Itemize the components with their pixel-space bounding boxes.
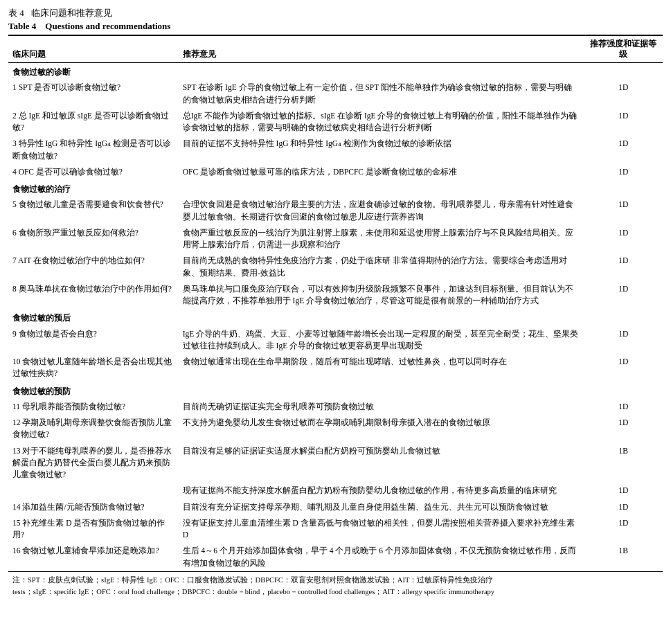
recommendation-cell: 目前尚无成熟的食物特异性免疫治疗方案，仍处于临床研 非常值得期待的治疗方法。需要… [179,253,584,281]
grade-cell: 1D [584,499,663,515]
table-row: 3 特异性 IgG 和特异性 IgG₄ 检测是否可以诊断食物过敏?目前的证据不支… [8,136,663,164]
question-cell: 7 AIT 在食物过敏治疗中的地位如何? [8,253,179,281]
table-row: 7 AIT 在食物过敏治疗中的地位如何?目前尚无成熟的食物特异性免疫治疗方案，仍… [8,253,663,281]
recommendation-cell: 目前尚无确切证据证实完全母乳喂养可预防食物过敏 [179,399,584,415]
table-row: 14 添加益生菌/元能否预防食物过敏?目前没有充分证据支持母亲孕期、哺乳期及儿童… [8,499,663,515]
question-cell: 16 食物过敏儿童辅食早添加还是晚添加? [8,543,179,571]
question-cell: 13 对于不能纯母乳喂养的婴儿，是否推荐水解蛋白配方奶替代全蛋白婴儿配方奶来预防… [8,443,179,483]
table-label-en: Questions and recommendations [45,21,170,31]
section-header-row: 食物过敏的预防 [8,382,663,399]
table-row: 4 OFC 是否可以确诊食物过敏?OFC 是诊断食物过敏最可靠的临床方法，DBP… [8,164,663,180]
section-title: 食物过敏的诊断 [8,63,663,80]
table-title-cn: 表 4 临床问题和推荐意见 [8,7,663,19]
grade-cell: 1D [584,354,663,382]
table-row: 13 对于不能纯母乳喂养的婴儿，是否推荐水解蛋白配方奶替代全蛋白婴儿配方奶来预防… [8,443,663,483]
header-grade: 推荐强度和证据等级 [584,35,663,63]
header-recommendation: 推荐意见 [179,35,584,63]
recommendation-cell: OFC 是诊断食物过敏最可靠的临床方法，DBPCFC 是诊断食物过敏的金标准 [179,164,584,180]
question-cell: 2 总 IgE 和过敏原 sIgE 是否可以诊断食物过敏? [8,108,179,136]
question-cell [8,483,179,499]
recommendation-cell: 不支持为避免婴幼儿发生食物过敏而在孕期或哺乳期限制母亲摄入潜在的食物过敏原 [179,415,584,443]
question-cell: 4 OFC 是否可以确诊食物过敏? [8,164,179,180]
table-row: 12 孕期及哺乳期母亲调整饮食能否预防儿童食物过敏?不支持为避免婴幼儿发生食物过… [8,415,663,443]
grade-cell: 1D [584,483,663,499]
recommendation-cell: 生后 4～6 个月开始添加固体食物，早于 4 个月或晚于 6 个月添加固体食物，… [179,543,584,571]
question-cell: 1 SPT 是否可以诊断食物过敏? [8,80,179,108]
grade-cell: 1D [584,197,663,225]
grade-cell: 1B [584,543,663,571]
table-row: 6 食物所致严重过敏反应如何救治?食物严重过敏反应的一线治疗为肌注射肾上腺素，未… [8,225,663,253]
recommendation-cell: IgE 介导的牛奶、鸡蛋、大豆、小麦等过敏随年龄增长会出现一定程度的耐受，甚至完… [179,326,584,355]
recommendation-cell: 食物过敏通常出现在生命早期阶段，随后有可能出现哮喘、过敏性鼻炎，也可以同时存在 [179,354,584,382]
recommendation-cell: 合理饮食回避是食物过敏治疗最主要的方法，应避食确诊过敏的食物。母乳喂养婴儿，母亲… [179,197,584,225]
question-cell: 10 食物过敏儿童随年龄增长是否会出现其他过敏性疾病? [8,354,179,382]
section-header-row: 食物过敏的治疗 [8,180,663,197]
recommendation-cell: 现有证据尚不能支持深度水解蛋白配方奶粉有预防婴幼儿食物过敏的作用，有待更多高质量… [179,483,584,499]
question-cell: 6 食物所致严重过敏反应如何救治? [8,225,179,253]
question-cell: 11 母乳喂养能否预防食物过敏? [8,399,179,415]
table-row: 现有证据尚不能支持深度水解蛋白配方奶粉有预防婴幼儿食物过敏的作用，有待更多高质量… [8,483,663,499]
grade-cell: 1D [584,281,663,310]
header-question: 临床问题 [8,35,179,63]
recommendation-cell: SPT 在诊断 IgE 介导的食物过敏上有一定价值，但 SPT 阳性不能单独作为… [179,80,584,108]
table-label-cn: 临床问题和推荐意见 [31,8,112,18]
recommendation-cell: 没有证据支持儿童血清维生素 D 含量高低与食物过敏的相关性，但婴儿需按照相关营养… [179,515,584,544]
table-title-en: Table 4 Questions and recommendations [8,21,663,32]
table-row: 2 总 IgE 和过敏原 sIgE 是否可以诊断食物过敏?总IgE 不能作为诊断… [8,108,663,136]
grade-cell: 1D [584,108,663,136]
table-number-cn: 表 4 [8,8,24,18]
recommendation-cell: 目前没有充分证据支持母亲孕期、哺乳期及儿童自身使用益生菌、益生元、共生元可以预防… [179,499,584,515]
section-header-row: 食物过敏的预后 [8,309,663,325]
question-cell: 12 孕期及哺乳期母亲调整饮食能否预防儿童食物过敏? [8,415,179,443]
grade-cell: 1B [584,443,663,483]
grade-cell: 1D [584,326,663,355]
recommendation-cell: 目前没有足够的证据证实适度水解蛋白配方奶粉可预防婴幼儿食物过敏 [179,443,584,483]
question-cell: 5 食物过敏儿童是否需要避食和饮食替代? [8,197,179,225]
question-cell: 15 补充维生素 D 是否有预防食物过敏的作用? [8,515,179,544]
main-table: 临床问题 推荐意见 推荐强度和证据等级 食物过敏的诊断1 SPT 是否可以诊断食… [8,35,663,600]
section-title: 食物过敏的预防 [8,382,663,399]
grade-cell: 1D [584,80,663,108]
section-title: 食物过敏的治疗 [8,180,663,197]
table-row: 8 奥马珠单抗在食物过敏治疗中的作用如何?奥马珠单抗与口服免疫治疗联合，可以有效… [8,281,663,310]
question-cell: 9 食物过敏是否会自愈? [8,326,179,355]
grade-cell: 1D [584,136,663,164]
section-header-row: 食物过敏的诊断 [8,63,663,80]
table-number-en: Table 4 [8,21,36,31]
recommendation-cell: 目前的证据不支持特异性 IgG 和特异性 IgG₄ 检测作为食物过敏的诊断依据 [179,136,584,164]
recommendation-cell: 总IgE 不能作为诊断食物过敏的指标。sIgE 在诊断 IgE 介导的食物过敏上… [179,108,584,136]
footnote: 注：SPT：皮肤点刺试验；sIgE：特异性 IgE；OFC：口服食物激发试验；D… [8,571,663,600]
recommendation-cell: 奥马珠单抗与口服免疫治疗联合，可以有效抑制升级阶段频繁不良事件，加速达到目标剂量… [179,281,584,310]
table-row: 11 母乳喂养能否预防食物过敏?目前尚无确切证据证实完全母乳喂养可预防食物过敏1… [8,399,663,415]
table-row: 9 食物过敏是否会自愈?IgE 介导的牛奶、鸡蛋、大豆、小麦等过敏随年龄增长会出… [8,326,663,355]
table-row: 16 食物过敏儿童辅食早添加还是晚添加?生后 4～6 个月开始添加固体食物，早于… [8,543,663,571]
footnote-cn: 注：SPT：皮肤点刺试验；sIgE：特异性 IgE；OFC：口服食物激发试验；D… [12,576,493,584]
table-row: 15 补充维生素 D 是否有预防食物过敏的作用?没有证据支持儿童血清维生素 D … [8,515,663,544]
grade-cell: 1D [584,225,663,253]
footnote-en: tests；sIgE：specific IgE；OFC：oral food ch… [12,588,494,596]
question-cell: 3 特异性 IgG 和特异性 IgG₄ 检测是否可以诊断食物过敏? [8,136,179,164]
recommendation-cell: 食物严重过敏反应的一线治疗为肌注射肾上腺素，未使用和延迟使用肾上腺素治疗与不良风… [179,225,584,253]
table-row: 1 SPT 是否可以诊断食物过敏?SPT 在诊断 IgE 介导的食物过敏上有一定… [8,80,663,108]
grade-cell: 1D [584,399,663,415]
grade-cell: 1D [584,415,663,443]
question-cell: 14 添加益生菌/元能否预防食物过敏? [8,499,179,515]
grade-cell: 1D [584,515,663,544]
section-title: 食物过敏的预后 [8,309,663,325]
table-row: 5 食物过敏儿童是否需要避食和饮食替代?合理饮食回避是食物过敏治疗最主要的方法，… [8,197,663,225]
grade-cell: 1D [584,253,663,281]
grade-cell: 1D [584,164,663,180]
table-title-block: 表 4 临床问题和推荐意见 Table 4 Questions and reco… [8,7,663,32]
question-cell: 8 奥马珠单抗在食物过敏治疗中的作用如何? [8,281,179,310]
table-row: 10 食物过敏儿童随年龄增长是否会出现其他过敏性疾病?食物过敏通常出现在生命早期… [8,354,663,382]
